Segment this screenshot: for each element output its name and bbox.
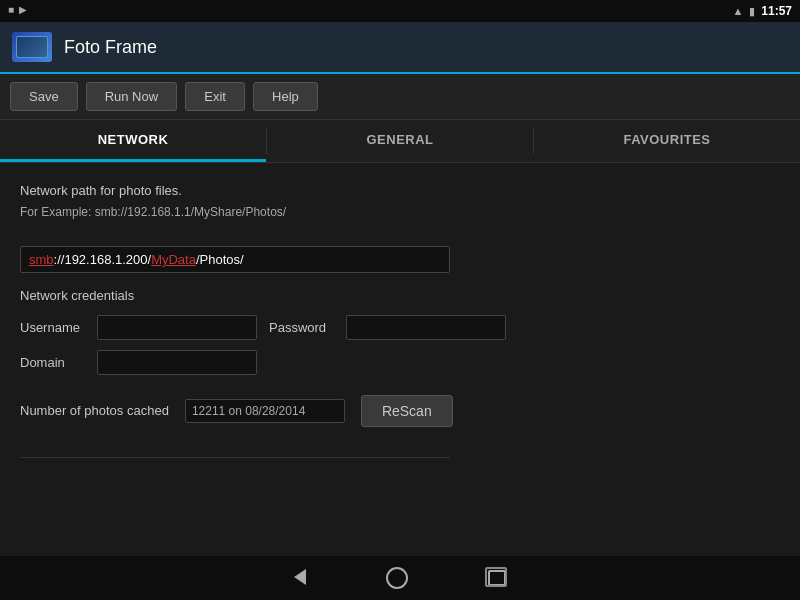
path-input-wrapper	[20, 229, 780, 256]
cache-label: Number of photos cached	[20, 403, 169, 418]
tab-general[interactable]: GENERAL	[267, 120, 533, 162]
cache-row: Number of photos cached ReScan	[20, 395, 780, 427]
separator-area	[20, 457, 780, 458]
tab-favourites[interactable]: FAVOURITES	[534, 120, 800, 162]
back-icon	[294, 567, 306, 590]
media-icon: ▶	[19, 4, 27, 15]
path-description: Network path for photo files.	[20, 181, 780, 201]
home-icon	[386, 567, 408, 589]
domain-row: Domain	[20, 350, 780, 375]
save-button[interactable]: Save	[10, 82, 78, 111]
rescan-button[interactable]: ReScan	[361, 395, 453, 427]
run-now-button[interactable]: Run Now	[86, 82, 177, 111]
credentials-row: Username Password	[20, 315, 780, 340]
path-example: For Example: smb://192.168.1.1/MyShare/P…	[20, 205, 780, 219]
app-title: Foto Frame	[64, 37, 157, 58]
clock: 11:57	[761, 4, 792, 18]
battery-icon: ▮	[749, 5, 755, 18]
back-button[interactable]	[294, 567, 306, 590]
password-input[interactable]	[346, 315, 506, 340]
cache-value-input[interactable]	[185, 399, 345, 423]
title-bar: Foto Frame	[0, 22, 800, 74]
notification-icon: ■	[8, 4, 14, 15]
password-label: Password	[269, 320, 334, 335]
toolbar: Save Run Now Exit Help	[0, 74, 800, 120]
content-area: Network path for photo files. For Exampl…	[0, 163, 800, 476]
app-icon	[12, 32, 52, 62]
username-label: Username	[20, 320, 85, 335]
nav-bar	[0, 556, 800, 600]
recent-icon	[488, 570, 506, 586]
recent-button[interactable]	[488, 570, 506, 586]
domain-input[interactable]	[97, 350, 257, 375]
status-bar: ■ ▶ ▲ ▮ 11:57	[0, 0, 800, 22]
home-button[interactable]	[386, 567, 408, 589]
help-button[interactable]: Help	[253, 82, 318, 111]
tabs: NETWORK GENERAL FAVOURITES	[0, 120, 800, 163]
signal-icon: ▲	[732, 5, 743, 17]
tab-network[interactable]: NETWORK	[0, 120, 266, 162]
exit-button[interactable]: Exit	[185, 82, 245, 111]
separator-line	[20, 457, 450, 458]
domain-label: Domain	[20, 355, 85, 370]
app-icon-inner	[16, 36, 48, 58]
username-input[interactable]	[97, 315, 257, 340]
credentials-section: Network credentials Username Password Do…	[20, 288, 780, 375]
credentials-label: Network credentials	[20, 288, 780, 303]
